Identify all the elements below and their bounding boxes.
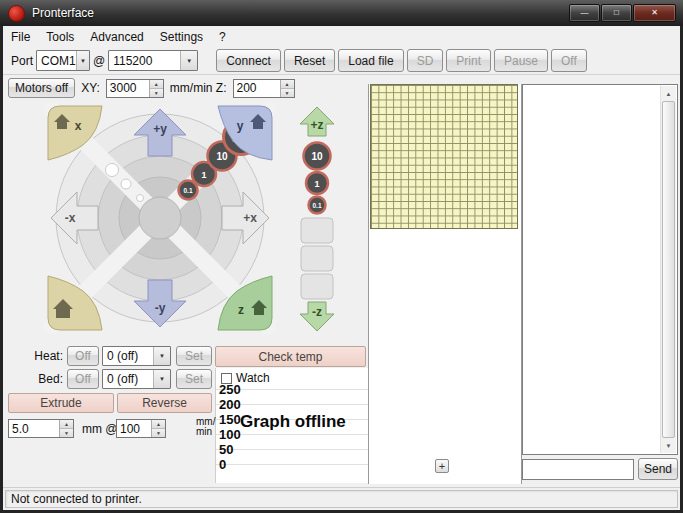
xy-feed-label: XY: <box>81 81 100 95</box>
graph-offline-message: Graph offline <box>240 412 346 432</box>
temp-graph-panel: Watch 250 200 150 100 50 0 Graph offline <box>215 368 368 483</box>
close-icon: ✕ <box>651 9 658 17</box>
jog-x-plus-label: +x <box>243 211 257 225</box>
spin-up-icon[interactable]: ▲ <box>152 420 165 429</box>
watch-label: Watch <box>236 371 270 385</box>
menu-settings[interactable]: Settings <box>152 28 211 46</box>
home-x-label: x <box>75 119 82 133</box>
watch-checkbox[interactable] <box>221 373 232 384</box>
home-z-label: z <box>238 303 244 317</box>
zoom-in-button[interactable]: + <box>435 459 449 473</box>
menu-help[interactable]: ? <box>211 28 234 46</box>
minimize-button[interactable]: — <box>569 4 600 22</box>
scroll-down-icon[interactable]: ▼ <box>661 438 676 453</box>
check-temp-button[interactable]: Check temp <box>215 346 366 367</box>
spin-up-icon[interactable]: ▲ <box>150 80 163 89</box>
command-input[interactable] <box>522 459 634 480</box>
minimize-icon: — <box>581 9 589 17</box>
z-feedrate-value[interactable]: 200 <box>234 80 280 97</box>
spin-down-icon[interactable]: ▼ <box>150 89 163 97</box>
bed-off-button[interactable]: Off <box>67 369 99 389</box>
z-step-10-button[interactable]: 10 <box>304 143 331 170</box>
z-step-01-label: 0.1 <box>312 202 321 209</box>
maximize-icon: □ <box>614 9 619 17</box>
menu-advanced[interactable]: Advanced <box>82 28 151 46</box>
z-jog-column: +z 10 1 0.1 -z <box>298 104 336 334</box>
port-select[interactable]: COM1 ▼ <box>36 50 90 71</box>
reverse-button[interactable]: Reverse <box>117 393 212 413</box>
jog-z-plus-label: +z <box>310 118 323 132</box>
motors-off-button[interactable]: Motors off <box>8 78 75 98</box>
bed-set-button[interactable]: Set <box>176 369 212 389</box>
connection-toolbar: Port COM1 ▼ @ 115200 ▼ Connect Reset Loa… <box>3 47 680 75</box>
send-button[interactable]: Send <box>638 458 678 480</box>
window-title: Pronterface <box>32 6 94 20</box>
at-label: @ <box>93 54 105 68</box>
status-text: Not connected to printer. <box>5 490 678 508</box>
z-step-1-button[interactable]: 1 <box>306 172 328 194</box>
extrude-speed-value[interactable]: 100 <box>117 420 151 437</box>
home-y-label: y <box>237 119 244 133</box>
spin-up-icon[interactable]: ▲ <box>281 80 294 89</box>
bed-temp-select[interactable]: 0 (off) ▼ <box>102 369 171 389</box>
baud-select[interactable]: 115200 ▼ <box>108 50 198 71</box>
heat-set-button[interactable]: Set <box>176 346 212 366</box>
menu-tools[interactable]: Tools <box>38 28 82 46</box>
jog-y-plus-label: +y <box>153 122 167 136</box>
xy-step-1-label: 1 <box>201 170 206 180</box>
xy-feedrate-value[interactable]: 3000 <box>107 80 149 97</box>
graph-tick-50: 50 <box>219 442 233 457</box>
spin-down-icon[interactable]: ▼ <box>60 429 73 437</box>
gcode-viewer-panel[interactable]: + <box>368 84 522 484</box>
heat-off-button[interactable]: Off <box>67 346 99 366</box>
connect-button[interactable]: Connect <box>216 49 281 72</box>
extrude-length-spinner[interactable]: 5.0 ▲▼ <box>8 419 74 438</box>
spin-up-icon[interactable]: ▲ <box>60 420 73 429</box>
z-step-10-label: 10 <box>311 151 323 162</box>
jog-z-minus-button[interactable]: -z <box>300 302 334 331</box>
menu-file[interactable]: File <box>3 28 38 46</box>
jog-y-minus-label: -y <box>155 301 166 315</box>
print-bed-grid[interactable] <box>370 84 518 229</box>
xy-feedrate-spinner[interactable]: 3000 ▲▼ <box>106 79 164 98</box>
sd-button[interactable]: SD <box>407 49 444 72</box>
xy-step-10-label: 10 <box>216 151 228 162</box>
graph-tick-100: 100 <box>219 427 241 442</box>
dropdown-icon: ▼ <box>153 347 170 365</box>
spin-down-icon[interactable]: ▼ <box>152 429 165 437</box>
jog-center-hub[interactable] <box>139 197 181 239</box>
load-file-button[interactable]: Load file <box>338 49 403 72</box>
extrude-speed-spinner[interactable]: 100 ▲▼ <box>116 419 166 438</box>
scroll-up-icon[interactable]: ▲ <box>661 86 676 101</box>
dropdown-icon: ▼ <box>180 51 197 70</box>
spin-down-icon[interactable]: ▼ <box>281 89 294 97</box>
reset-button[interactable]: Reset <box>284 49 335 72</box>
log-output[interactable]: ▲ ▼ <box>522 84 678 455</box>
watch-row: Watch <box>221 371 270 385</box>
menubar: File Tools Advanced Settings ? <box>3 26 680 47</box>
z-feedrate-spinner[interactable]: 200 ▲▼ <box>233 79 295 98</box>
heat-temp-select[interactable]: 0 (off) ▼ <box>102 346 171 366</box>
app-icon <box>8 5 25 22</box>
heat-label: Heat: <box>21 349 63 363</box>
titlebar[interactable]: Pronterface — □ ✕ <box>0 0 683 26</box>
print-button[interactable]: Print <box>446 49 491 72</box>
graph-tick-200: 200 <box>219 397 241 412</box>
extrude-length-value[interactable]: 5.0 <box>9 420 59 437</box>
off-button[interactable]: Off <box>551 49 587 72</box>
jog-z-minus-label: -z <box>312 305 322 319</box>
maximize-button[interactable]: □ <box>601 4 632 22</box>
port-value: COM1 <box>41 54 76 68</box>
jog-z-plus-button[interactable]: +z <box>300 107 334 136</box>
close-button[interactable]: ✕ <box>633 4 676 22</box>
pause-button[interactable]: Pause <box>494 49 548 72</box>
log-scrollbar[interactable]: ▲ ▼ <box>660 86 676 453</box>
pronterface-window: Pronterface — □ ✕ File Tools Advanced Se… <box>0 0 683 513</box>
extrude-button[interactable]: Extrude <box>8 393 114 413</box>
z-step-01-button[interactable]: 0.1 <box>309 197 326 214</box>
z-track-segments[interactable] <box>301 218 333 299</box>
mm-at-label: mm @ <box>82 422 118 436</box>
scrollbar-thumb[interactable] <box>662 101 675 438</box>
dropdown-icon: ▼ <box>153 370 170 388</box>
statusbar: Not connected to printer. <box>3 487 680 510</box>
